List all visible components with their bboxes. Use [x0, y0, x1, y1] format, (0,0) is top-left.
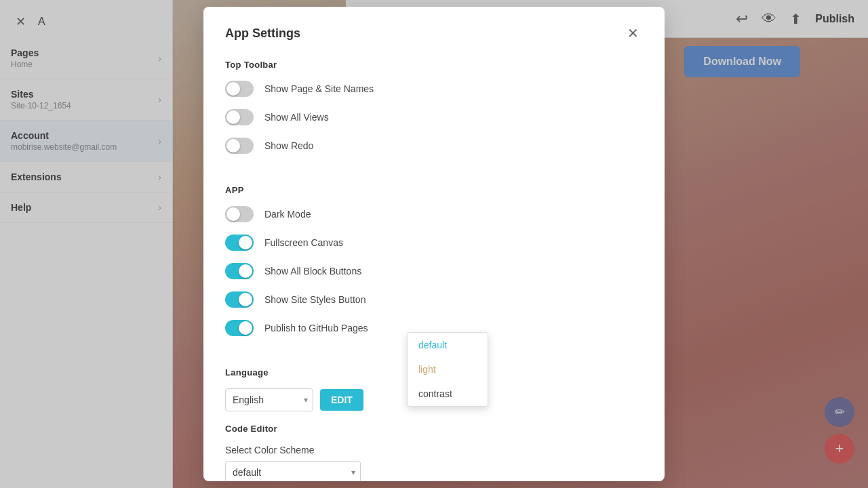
toggle-row-show-page-site-names: Show Page & Site Names	[225, 81, 643, 97]
toggle-knob	[226, 82, 240, 96]
toggle-label-show-all-block-buttons: Show All Block Buttons	[264, 266, 361, 277]
section-top-toolbar: Top Toolbar	[225, 60, 643, 70]
modal-close-button[interactable]: ✕	[623, 23, 643, 43]
language-select-wrapper: English ▾	[225, 388, 313, 411]
toggle-row-show-all-views: Show All Views	[225, 109, 643, 125]
toggle-show-all-block-buttons[interactable]	[225, 263, 254, 279]
toggle-publish-github[interactable]	[225, 320, 254, 336]
color-scheme-label: Select Color Scheme	[225, 445, 643, 455]
toggle-show-page-site-names[interactable]	[225, 81, 254, 97]
toggle-knob	[226, 139, 240, 152]
modal-overlay: App Settings ✕ Top Toolbar Show Page & S…	[0, 0, 868, 488]
toggle-fullscreen-canvas[interactable]	[225, 235, 254, 251]
toggle-row-fullscreen-canvas: Fullscreen Canvas	[225, 235, 643, 251]
toggle-knob	[226, 110, 240, 124]
language-edit-button[interactable]: EDIT	[320, 389, 363, 411]
section-app: APP	[225, 185, 643, 195]
toggle-label-show-all-views: Show All Views	[264, 112, 329, 123]
toggle-label-show-redo: Show Redo	[264, 140, 313, 151]
toggle-label-show-site-styles-button: Show Site Styles Button	[264, 294, 366, 305]
dropdown-item-light[interactable]: light	[408, 357, 488, 382]
toggle-row-dark-mode: Dark Mode	[225, 206, 643, 222]
toggle-show-all-views[interactable]	[225, 109, 254, 125]
dropdown-item-default[interactable]: default	[408, 333, 488, 357]
dropdown-item-contrast[interactable]: contrast	[408, 382, 488, 406]
code-editor-section: Code Editor Select Color Scheme default …	[225, 424, 643, 481]
toggle-dark-mode[interactable]	[225, 206, 254, 222]
section-divider	[225, 166, 643, 180]
color-scheme-dropdown: default light contrast	[407, 332, 488, 407]
language-select[interactable]: English	[225, 388, 313, 411]
toggle-row-show-site-styles-button: Show Site Styles Button	[225, 291, 643, 308]
toggle-label-fullscreen-canvas: Fullscreen Canvas	[264, 237, 343, 248]
modal-title: App Settings	[225, 26, 300, 41]
toggle-knob	[226, 207, 240, 221]
color-scheme-select-wrapper: default light contrast ▾	[225, 461, 361, 481]
toggle-knob	[239, 321, 252, 335]
toggle-label-publish-github: Publish to GitHub Pages	[264, 323, 368, 333]
toggle-show-site-styles-button[interactable]	[225, 291, 254, 308]
toggle-knob	[239, 236, 252, 249]
section-code-editor: Code Editor	[225, 424, 643, 434]
toggle-knob	[239, 293, 252, 306]
toggle-knob	[239, 264, 252, 278]
color-scheme-row: Select Color Scheme default light contra…	[225, 445, 643, 481]
toggle-show-redo[interactable]	[225, 138, 254, 154]
modal-header: App Settings ✕	[225, 23, 643, 43]
toggle-label-dark-mode: Dark Mode	[264, 209, 311, 220]
toggle-row-show-all-block-buttons: Show All Block Buttons	[225, 263, 643, 279]
edit-label: EDIT	[331, 394, 353, 405]
toggle-label-show-page-site-names: Show Page & Site Names	[264, 83, 374, 94]
toggle-row-show-redo: Show Redo	[225, 138, 643, 154]
app-settings-modal: App Settings ✕ Top Toolbar Show Page & S…	[203, 7, 665, 481]
color-scheme-select[interactable]: default light contrast	[225, 461, 361, 481]
